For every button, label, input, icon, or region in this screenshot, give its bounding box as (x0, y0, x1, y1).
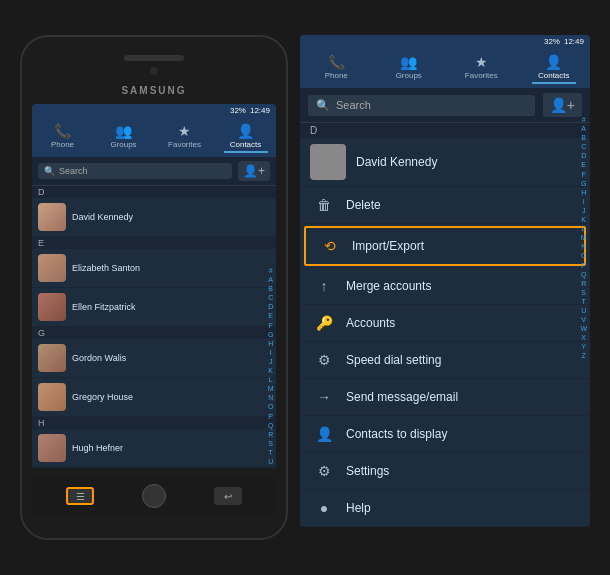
help-label: Help (346, 501, 371, 515)
menu-item-delete[interactable]: 🗑 Delete (300, 187, 590, 224)
menu-battery: 32% (544, 37, 560, 46)
list-item[interactable]: Gregory House (32, 378, 276, 417)
menu-items: 🗑 Delete ⟲ Import/Export ↑ Merge account… (300, 187, 590, 527)
menu-phone-label: Phone (325, 71, 348, 80)
list-item[interactable]: David Kennedy (32, 198, 276, 237)
phone-device: SAMSUNG 32% 12:49 📞 Phone 👥 Groups ★ (20, 35, 288, 540)
contact-name: Hugh Hefner (72, 443, 123, 453)
menu-nav-contacts[interactable]: 👤 Contacts (532, 52, 576, 84)
menu-nav: 📞 Phone 👥 Groups ★ Favorites 👤 Contacts (300, 48, 590, 88)
contacts-display-label: Contacts to display (346, 427, 447, 441)
contact-name: Elizabeth Santon (72, 263, 140, 273)
menu-time: 12:49 (564, 37, 584, 46)
avatar (38, 254, 66, 282)
menu-panel: 32% 12:49 📞 Phone 👥 Groups ★ Favorites (300, 35, 590, 527)
merge-accounts-label: Merge accounts (346, 279, 431, 293)
contact-list: D David Kennedy E Elizabeth Santon Ellen… (32, 186, 276, 468)
nav-item-groups[interactable]: 👥 Groups (102, 121, 146, 153)
menu-item-speed-dial[interactable]: ⚙ Speed dial setting (300, 342, 590, 379)
menu-button[interactable]: ☰ (66, 487, 94, 505)
nav-item-favorites[interactable]: ★ Favorites (163, 121, 207, 153)
menu-nav-phone[interactable]: 📞 Phone (314, 52, 358, 84)
menu-nav-groups[interactable]: 👥 Groups (387, 52, 431, 84)
help-icon: ● (314, 500, 334, 516)
search-placeholder: Search (59, 166, 88, 176)
phone-label: Phone (51, 140, 74, 149)
merge-icon: ↑ (314, 278, 334, 294)
avatar (38, 203, 66, 231)
contacts-display-icon: 👤 (314, 426, 334, 442)
menu-search-icon: 🔍 (316, 99, 330, 112)
settings-icon: ⚙ (314, 463, 334, 479)
menu-alpha-scroll[interactable]: # A B C D E F G H I J K L M N O P Q R S … (580, 115, 587, 361)
groups-label: Groups (110, 140, 136, 149)
delete-label: Delete (346, 198, 381, 212)
menu-favorites-icon: ★ (475, 54, 488, 70)
contact-list-wrapper: D David Kennedy E Elizabeth Santon Ellen… (32, 186, 276, 468)
import-export-label: Import/Export (352, 239, 424, 253)
menu-item-send-message[interactable]: → Send message/email (300, 379, 590, 416)
phone-bottom-bar: ☰ ↩ (32, 476, 276, 516)
menu-groups-icon: 👥 (400, 54, 417, 70)
status-bar: 32% 12:49 (32, 104, 276, 117)
send-message-icon: → (314, 389, 334, 405)
accounts-label: Accounts (346, 316, 395, 330)
section-d: D (32, 186, 276, 198)
menu-item-contacts-to-display[interactable]: 👤 Contacts to display (300, 416, 590, 453)
favorites-label: Favorites (168, 140, 201, 149)
menu-section-d: D (300, 123, 590, 138)
menu-panel-wrapper: 32% 12:49 📞 Phone 👥 Groups ★ Favorites (300, 35, 590, 527)
delete-icon: 🗑 (314, 197, 334, 213)
add-contact-button[interactable]: 👤+ (238, 161, 270, 181)
contacts-icon: 👤 (237, 123, 254, 139)
section-g: G (32, 327, 276, 339)
avatar (38, 344, 66, 372)
menu-item-settings[interactable]: ⚙ Settings (300, 453, 590, 490)
menu-avatar (310, 144, 346, 180)
avatar (38, 434, 66, 462)
search-icon: 🔍 (44, 166, 55, 176)
avatar (38, 293, 66, 321)
favorites-icon: ★ (178, 123, 191, 139)
contact-name: Gregory House (72, 392, 133, 402)
accounts-icon: 🔑 (314, 315, 334, 331)
time-display: 12:49 (250, 106, 270, 115)
nav-item-phone[interactable]: 📞 Phone (41, 121, 85, 153)
list-item[interactable]: Gordon Walis (32, 339, 276, 378)
back-button[interactable]: ↩ (214, 487, 242, 505)
phone-speaker (124, 55, 184, 61)
list-item[interactable]: Hugh Hefner (32, 429, 276, 468)
speed-dial-icon: ⚙ (314, 352, 334, 368)
menu-add-contact-button[interactable]: 👤+ (543, 93, 582, 117)
groups-icon: 👥 (115, 123, 132, 139)
nav-item-contacts[interactable]: 👤 Contacts (224, 121, 268, 153)
menu-search-input[interactable]: 🔍 Search (308, 95, 535, 116)
menu-favorites-label: Favorites (465, 71, 498, 80)
phone-brand: SAMSUNG (32, 85, 276, 96)
section-e: E (32, 237, 276, 249)
settings-label: Settings (346, 464, 389, 478)
menu-item-help[interactable]: ● Help (300, 490, 590, 527)
phone-camera (150, 67, 158, 75)
list-item[interactable]: Ellen Fitzpatrick (32, 288, 276, 327)
menu-groups-label: Groups (396, 71, 422, 80)
menu-item-import-export[interactable]: ⟲ Import/Export (304, 226, 586, 266)
menu-item-accounts[interactable]: 🔑 Accounts (300, 305, 590, 342)
section-h: H (32, 417, 276, 429)
search-bar: 🔍 Search 👤+ (32, 157, 276, 186)
import-export-icon: ⟲ (320, 238, 340, 254)
menu-search-placeholder: Search (336, 99, 371, 111)
menu-nav-favorites[interactable]: ★ Favorites (459, 52, 503, 84)
contact-name: David Kennedy (72, 212, 133, 222)
menu-featured-contact[interactable]: David Kennedy (300, 138, 590, 187)
home-button[interactable] (142, 484, 166, 508)
alpha-scroll[interactable]: # A B C D E F G H I J K L M N O P (267, 266, 274, 468)
main-container: SAMSUNG 32% 12:49 📞 Phone 👥 Groups ★ (20, 35, 590, 540)
list-item[interactable]: Elizabeth Santon (32, 249, 276, 288)
speed-dial-label: Speed dial setting (346, 353, 441, 367)
menu-contact-name: David Kennedy (356, 155, 437, 169)
phone-screen: 32% 12:49 📞 Phone 👥 Groups ★ Favorites (32, 104, 276, 468)
menu-item-merge-accounts[interactable]: ↑ Merge accounts (300, 268, 590, 305)
phone-icon: 📞 (54, 123, 71, 139)
search-input[interactable]: 🔍 Search (38, 163, 232, 179)
